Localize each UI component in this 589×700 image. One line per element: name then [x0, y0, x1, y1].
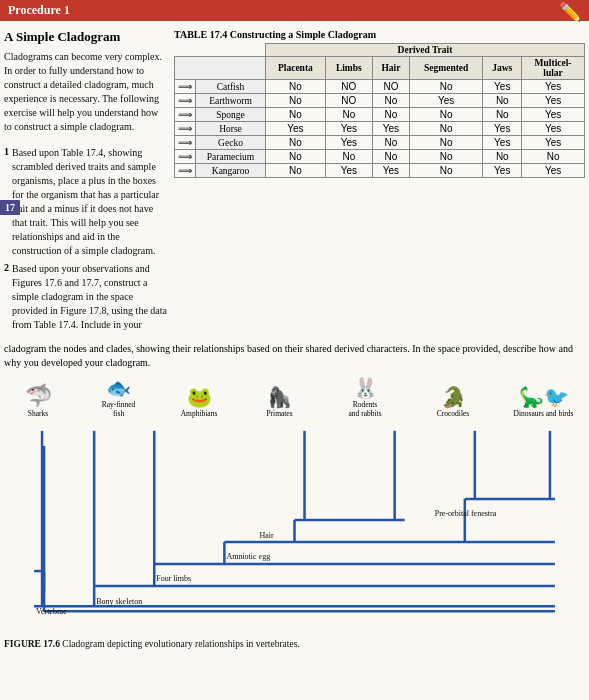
sponge-placenta: No [266, 108, 326, 122]
catfish-jaws: Yes [483, 80, 522, 94]
table-id: TABLE 17.4 [174, 29, 227, 40]
col-jaws: Jaws [483, 57, 522, 80]
diagram-caption: FIGURE 17.6 Cladogram depicting evolutio… [4, 638, 585, 650]
col-hair: Hair [372, 57, 409, 80]
organism-catfish: Catfish [196, 80, 266, 94]
cladogram-table: Derived Trait Placenta Limbs Hair Segmen… [174, 43, 585, 178]
table-container: TABLE 17.4 Constructing a Simple Cladogr… [174, 29, 585, 178]
catfish-placenta: No [266, 80, 326, 94]
sponge-hair: No [372, 108, 409, 122]
horse-hair: Yes [372, 122, 409, 136]
table-row: ⟹ Paramecium No No No No No No [175, 150, 585, 164]
horse-limbs: Yes [325, 122, 372, 136]
item-1-text: Based upon Table 17.4, showing scrambled… [12, 146, 168, 258]
horse-jaws: Yes [483, 122, 522, 136]
diagram-area: 🦈 Sharks 🐟 Ray-finnedfish 🐸 Amphibians 🦍… [4, 376, 585, 636]
catfish-multi: Yes [522, 80, 585, 94]
svg-text:Four limbs: Four limbs [156, 574, 191, 583]
svg-text:Bony skeleton: Bony skeleton [96, 597, 142, 606]
table-row: ⟹ Kangaroo No Yes Yes No Yes Yes [175, 164, 585, 178]
numbered-item-2: 2 Based upon your observations and Figur… [4, 262, 168, 332]
param-jaws: No [483, 150, 522, 164]
gecko-placenta: No [266, 136, 326, 150]
intro-text: Cladograms can become very complex. In o… [4, 50, 168, 134]
gecko-multi: Yes [522, 136, 585, 150]
table-row: ⟹ Gecko No Yes No No Yes Yes [175, 136, 585, 150]
earthworm-limbs: NO [325, 94, 372, 108]
param-segmented: No [410, 150, 483, 164]
table-row: ⟹ Horse Yes Yes Yes No Yes Yes [175, 122, 585, 136]
numbered-item-1: 1 Based upon Table 17.4, showing scrambl… [4, 146, 168, 258]
derived-trait-header: Derived Trait [266, 44, 585, 57]
kang-segmented: No [410, 164, 483, 178]
num-2: 2 [4, 262, 9, 332]
sponge-multi: Yes [522, 108, 585, 122]
svg-text:Vertebrae: Vertebrae [36, 607, 67, 616]
horse-placenta: Yes [266, 122, 326, 136]
kang-hair: Yes [372, 164, 409, 178]
right-column: TABLE 17.4 Constructing a Simple Cladogr… [174, 29, 585, 336]
earthworm-hair: No [372, 94, 409, 108]
caption-text: Cladogram depicting evolutionary relatio… [62, 639, 299, 649]
organism-sponge: Sponge [196, 108, 266, 122]
gecko-limbs: Yes [325, 136, 372, 150]
left-column: A Simple Cladogram Cladograms can become… [4, 29, 174, 336]
earthworm-segmented: Yes [410, 94, 483, 108]
pencil-icon: ✏️ [559, 1, 581, 23]
table-row: ⟹ Sponge No No No No No Yes [175, 108, 585, 122]
organism-gecko: Gecko [196, 136, 266, 150]
table-row: ⟹ Earthworm No NO No Yes No Yes [175, 94, 585, 108]
sponge-jaws: No [483, 108, 522, 122]
procedure-label: Procedure 1 [8, 3, 70, 18]
organism-kangaroo: Kangaroo [196, 164, 266, 178]
organism-earthworm: Earthworm [196, 94, 266, 108]
section-title: A Simple Cladogram [4, 29, 168, 45]
cladogram-svg: Vertebrae Bony skeleton Four limbs Amnio… [4, 406, 585, 626]
bottom-paragraph: cladogram the nodes and clades, showing … [0, 342, 589, 370]
svg-text:Amniotic egg: Amniotic egg [226, 552, 270, 561]
horse-segmented: No [410, 122, 483, 136]
col-segmented: Segmented [410, 57, 483, 80]
table-subtitle: Constructing a Simple Cladogram [230, 29, 376, 40]
horse-multi: Yes [522, 122, 585, 136]
gecko-jaws: Yes [483, 136, 522, 150]
svg-text:Pre-orbital fenestra: Pre-orbital fenestra [435, 509, 497, 518]
param-limbs: No [325, 150, 372, 164]
param-hair: No [372, 150, 409, 164]
diagram-section: 🦈 Sharks 🐟 Ray-finnedfish 🐸 Amphibians 🦍… [0, 376, 589, 650]
kang-jaws: Yes [483, 164, 522, 178]
content-area: A Simple Cladogram Cladograms can become… [0, 21, 589, 340]
col-multicellular: Multicel-lular [522, 57, 585, 80]
param-multi: No [522, 150, 585, 164]
gecko-segmented: No [410, 136, 483, 150]
earthworm-jaws: No [483, 94, 522, 108]
page-number: 17 [0, 200, 20, 215]
sponge-segmented: No [410, 108, 483, 122]
earthworm-placenta: No [266, 94, 326, 108]
page: Procedure 1 ✏️ 17 A Simple Cladogram Cla… [0, 0, 589, 700]
organism-horse: Horse [196, 122, 266, 136]
col-placenta: Placenta [266, 57, 326, 80]
col-limbs: Limbs [325, 57, 372, 80]
gecko-hair: No [372, 136, 409, 150]
catfish-segmented: No [410, 80, 483, 94]
svg-text:Hair: Hair [259, 531, 274, 540]
kang-placenta: No [266, 164, 326, 178]
catfish-limbs: NO [325, 80, 372, 94]
catfish-hair: NO [372, 80, 409, 94]
table-row: ⟹ Catfish No NO NO No Yes Yes [175, 80, 585, 94]
kang-multi: Yes [522, 164, 585, 178]
bottom-paragraph-text: cladogram the nodes and clades, showing … [4, 343, 573, 368]
item-2-text: Based upon your observations and Figures… [12, 262, 168, 332]
header-bar: Procedure 1 ✏️ [0, 0, 589, 21]
kang-limbs: Yes [325, 164, 372, 178]
organism-paramecium: Paramecium [196, 150, 266, 164]
sponge-limbs: No [325, 108, 372, 122]
earthworm-multi: Yes [522, 94, 585, 108]
table-title: TABLE 17.4 Constructing a Simple Cladogr… [174, 29, 585, 40]
figure-label: FIGURE 17.6 [4, 639, 60, 649]
param-placenta: No [266, 150, 326, 164]
